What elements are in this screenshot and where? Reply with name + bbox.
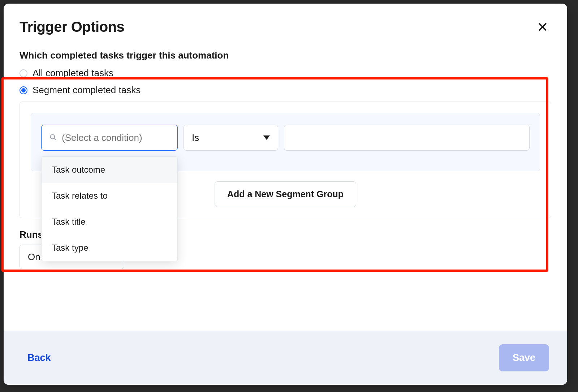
condition-placeholder: (Select a condition) (62, 132, 142, 143)
operator-label: Is (192, 132, 199, 143)
modal-title: Trigger Options (20, 19, 124, 35)
radio-all-label: All completed tasks (33, 68, 113, 79)
chevron-down-icon (263, 135, 270, 140)
condition-dropdown: Task outcome Task relates to Task title … (41, 156, 178, 261)
modal-header: Trigger Options ✕ (4, 4, 567, 35)
modal-body: Which completed tasks trigger this autom… (4, 35, 567, 331)
operator-select[interactable]: Is (184, 125, 278, 151)
dropdown-item-task-type[interactable]: Task type (42, 235, 177, 261)
add-segment-group-button[interactable]: Add a New Segment Group (215, 181, 356, 207)
dropdown-item-task-title[interactable]: Task title (42, 209, 177, 235)
dropdown-item-task-relates-to[interactable]: Task relates to (42, 183, 177, 209)
svg-point-0 (51, 134, 55, 139)
radio-segment-row[interactable]: Segment completed tasks (20, 85, 551, 96)
back-button[interactable]: Back (27, 352, 51, 363)
value-input[interactable] (284, 125, 530, 151)
condition-row: (Select a condition) Is (41, 125, 530, 151)
condition-select[interactable]: (Select a condition) (41, 125, 178, 151)
save-button[interactable]: Save (499, 344, 549, 371)
radio-segment-label: Segment completed tasks (33, 85, 141, 96)
search-icon (49, 132, 57, 143)
modal-footer: Back Save (4, 331, 567, 385)
close-icon: ✕ (537, 20, 548, 35)
radio-all-row[interactable]: All completed tasks (20, 68, 551, 79)
close-button[interactable]: ✕ (534, 19, 551, 35)
segment-box: (Select a condition) Is Task outcome Tas… (20, 102, 551, 218)
radio-icon-selected (20, 86, 27, 94)
trigger-options-modal: Trigger Options ✕ Which completed tasks … (4, 4, 567, 385)
dropdown-item-task-outcome[interactable]: Task outcome (42, 157, 177, 183)
segment-inner: (Select a condition) Is Task outcome Tas… (31, 113, 540, 171)
section-heading: Which completed tasks trigger this autom… (20, 50, 551, 61)
svg-line-1 (54, 138, 56, 140)
radio-icon (20, 69, 27, 77)
